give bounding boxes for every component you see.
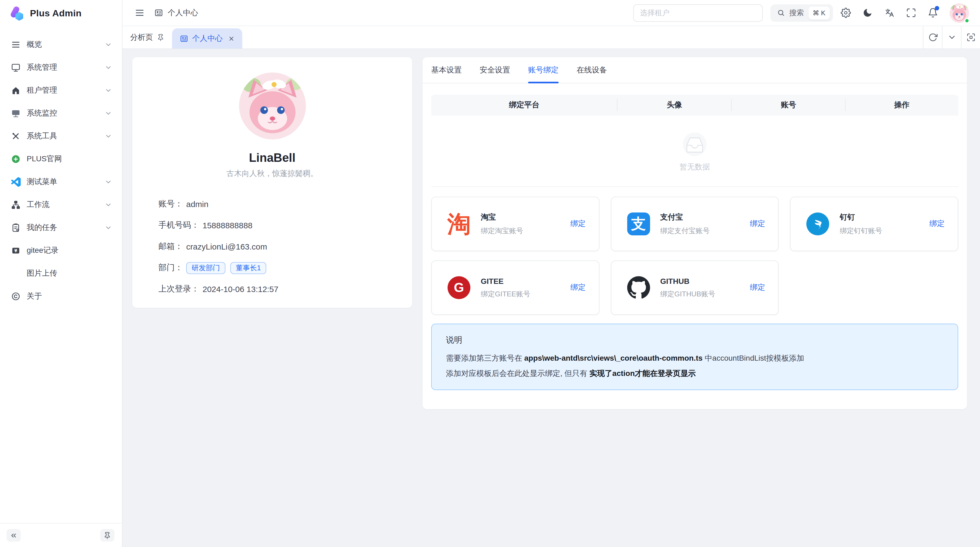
chevron-down-icon <box>105 87 112 94</box>
column-header-platform: 绑定平台 <box>431 100 617 110</box>
breadcrumb-label: 个人中心 <box>168 8 198 18</box>
sidebar-item-image-upload[interactable]: 图片上传 <box>4 263 118 284</box>
close-icon[interactable] <box>228 35 235 41</box>
global-search-button[interactable]: 搜索 ⌘ K <box>770 4 833 22</box>
clipboard-tasks-icon <box>11 223 21 233</box>
profile-field-email: 邮箱： crazyLionLi@163.com <box>158 236 386 257</box>
profile-card: LinaBell 古木向人秋，惊蓬掠鬓稠。 账号： admin 手机号码： 15… <box>132 57 412 308</box>
notifications-button[interactable] <box>923 3 942 22</box>
topbar-actions: 搜索 ⌘ K <box>633 3 969 22</box>
binding-card-github: GITHUB 绑定GITHUB账号 绑定 <box>611 260 778 315</box>
app-title: Plus Admin <box>30 8 82 19</box>
tab-personal-center[interactable]: 个人中心 <box>172 28 242 48</box>
bind-github-link[interactable]: 绑定 <box>750 283 765 293</box>
field-label: 手机号码： <box>158 220 199 230</box>
chevron-down-icon <box>105 201 112 209</box>
maximize-content-button[interactable] <box>961 26 980 48</box>
binding-name: 淘宝 <box>481 212 523 222</box>
dark-mode-toggle[interactable] <box>858 3 877 22</box>
sidebar-item-label: 工作流 <box>27 200 99 210</box>
sidebar: Plus Admin 概览 系统管理 租户管理 系统监控 <box>0 0 123 547</box>
sidebar-item-tenant-management[interactable]: 租户管理 <box>4 80 118 101</box>
toggle-sidebar-button[interactable] <box>130 3 149 22</box>
settings-panel: 基本设置 安全设置 账号绑定 在线设备 绑定平台 头像 账号 操作 <box>423 57 967 409</box>
language-button[interactable] <box>880 3 898 22</box>
note-title: 说明 <box>446 335 943 345</box>
bind-alipay-link[interactable]: 绑定 <box>750 219 765 229</box>
chevron-down-icon <box>105 224 112 231</box>
app-logo[interactable]: Plus Admin <box>0 0 122 27</box>
user-avatar[interactable] <box>950 3 969 22</box>
binding-meta: 钉钉 绑定钉钉账号 <box>840 212 882 236</box>
tab-label: 个人中心 <box>192 33 223 43</box>
moon-icon <box>862 8 872 18</box>
tab-options-button[interactable] <box>942 26 961 48</box>
id-card-icon <box>180 34 188 43</box>
note-line-2: 添加对应模板后会在此处显示绑定, 但只有 实现了action才能在登录页显示 <box>446 368 943 379</box>
column-header-actions: 操作 <box>846 100 958 110</box>
menu-lines-icon <box>11 40 21 49</box>
profile-motto: 古木向人秋，惊蓬掠鬓稠。 <box>158 169 386 179</box>
chevron-down-icon <box>105 110 112 117</box>
fullscreen-button[interactable] <box>902 3 920 22</box>
pin-sidebar-button[interactable] <box>100 529 115 542</box>
sidebar-item-label: PLUS官网 <box>27 154 112 164</box>
refresh-tab-button[interactable] <box>923 26 942 48</box>
binding-meta: GITHUB 绑定GITHUB账号 <box>660 276 715 299</box>
collapse-sidebar-button[interactable] <box>6 529 21 542</box>
copyright-icon <box>11 292 21 301</box>
sidebar-item-about[interactable]: 关于 <box>4 285 118 307</box>
empty-state: 暂无数据 <box>431 115 958 186</box>
bind-dingtalk-link[interactable]: 绑定 <box>929 219 945 229</box>
tab-online-devices[interactable]: 在线设备 <box>577 65 607 83</box>
notification-dot <box>935 6 939 10</box>
tab-security-settings[interactable]: 安全设置 <box>480 65 510 83</box>
profile-avatar <box>239 72 306 139</box>
binding-desc: 绑定淘宝账号 <box>481 226 523 236</box>
binding-desc: 绑定支付宝账号 <box>660 226 710 236</box>
sidebar-item-overview[interactable]: 概览 <box>4 34 118 56</box>
tab-analysis-page[interactable]: 分析页 <box>123 26 172 48</box>
sidebar-item-my-tasks[interactable]: 我的任务 <box>4 217 118 239</box>
field-label: 账号： <box>158 199 183 209</box>
profile-field-last-login: 上次登录： 2024-10-06 13:12:57 <box>158 278 386 300</box>
sidebar-item-workflow[interactable]: 工作流 <box>4 194 118 216</box>
sidebar-item-system-tools[interactable]: 系统工具 <box>4 125 118 147</box>
settings-button[interactable] <box>836 3 855 22</box>
fullscreen-icon <box>906 8 916 18</box>
search-shortcut-badge: ⌘ K <box>808 6 830 19</box>
tools-icon <box>11 131 21 141</box>
sidebar-item-system-monitor[interactable]: 系统监控 <box>4 102 118 124</box>
binding-meta: 支付宝 绑定支付宝账号 <box>660 212 710 236</box>
tab-account-binding[interactable]: 账号绑定 <box>528 65 558 83</box>
binding-name: GITEE <box>481 276 530 285</box>
tab-basic-settings[interactable]: 基本设置 <box>431 65 462 83</box>
tenant-select-input[interactable] <box>633 4 762 22</box>
binding-meta: 淘宝 绑定淘宝账号 <box>481 212 523 236</box>
main-area: 个人中心 搜索 ⌘ K <box>123 0 980 547</box>
gitee-icon: G <box>447 276 471 299</box>
sidebar-item-plus-website[interactable]: PLUS官网 <box>4 148 118 170</box>
profile-field-phone: 手机号码： 15888888888 <box>158 215 386 236</box>
note-box: 说明 需要添加第三方账号在 apps\web-antd\src\views\_c… <box>431 324 958 390</box>
bind-taobao-link[interactable]: 绑定 <box>570 219 585 229</box>
yen-badge-icon: ¥ <box>11 246 21 255</box>
field-value: admin <box>186 199 208 209</box>
sidebar-item-gitee-records[interactable]: ¥ gitee记录 <box>4 240 118 262</box>
profile-name: LinaBell <box>158 151 386 165</box>
chevron-down-icon <box>105 178 112 186</box>
sidebar-item-system-management[interactable]: 系统管理 <box>4 57 118 78</box>
table-header-row: 绑定平台 头像 账号 操作 <box>431 95 958 115</box>
workflow-icon <box>11 200 21 210</box>
svg-text:¥: ¥ <box>14 248 18 254</box>
note-emphasis: 实现了action才能在登录页显示 <box>589 369 695 378</box>
no-icon-spacer <box>11 269 21 278</box>
field-value: 2024-10-06 13:12:57 <box>202 284 278 293</box>
empty-inbox-icon <box>677 128 712 159</box>
column-header-avatar: 头像 <box>617 100 732 110</box>
bind-gitee-link[interactable]: 绑定 <box>570 283 585 293</box>
binding-card-taobao: 淘 淘宝 绑定淘宝账号 绑定 <box>431 197 599 251</box>
sidebar-item-test-menu[interactable]: 测试菜单 <box>4 171 118 193</box>
binding-desc: 绑定钉钉账号 <box>840 226 882 236</box>
note-text: 需要添加第三方账号在 <box>446 354 524 362</box>
